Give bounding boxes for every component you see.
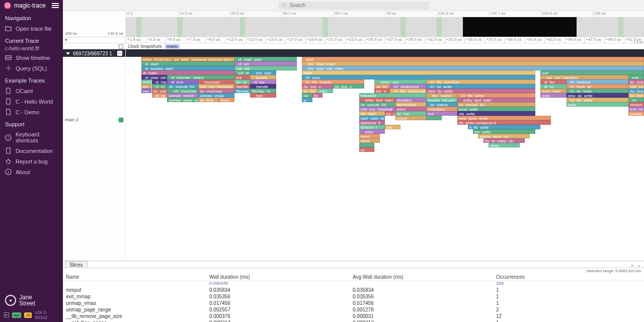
flame-frame[interactable]: _init_first	[234, 70, 250, 75]
clock-checkbox[interactable]	[119, 44, 123, 49]
flame-frame[interactable]: do_sys_o	[302, 84, 333, 89]
flame-frame[interactable]: _IO_flush_all	[567, 84, 629, 89]
example-ocaml[interactable]: OCaml	[0, 86, 63, 96]
flame-frame[interactable]: __libc_start_main	[302, 61, 644, 66]
flame-frame[interactable]: do_sy	[234, 79, 250, 84]
flame-frame[interactable]: _dl_map_obj	[141, 75, 168, 79]
flame-frame[interactable]: _IO_doallocbuf	[390, 84, 426, 89]
search-input[interactable]	[290, 3, 426, 8]
flame-frame[interactable]: _dl_m	[152, 84, 168, 89]
flame-frame[interactable]: vfs_fstat	[359, 111, 385, 116]
flame-frame[interactable]: unmap_vmas	[628, 111, 644, 116]
flame-frame[interactable]: _IO_file_overflow	[426, 79, 535, 84]
flame-frame[interactable]: _exit	[628, 75, 644, 79]
flame-frame[interactable]: sysmalloc	[426, 107, 457, 111]
flame-frame[interactable]: write	[567, 102, 629, 107]
flame-frame[interactable]: handle_mm	[234, 84, 250, 89]
flame-frame[interactable]: tcache_init.part	[426, 98, 457, 102]
flame-frame[interactable]: _start	[302, 57, 644, 61]
flame-frame[interactable]: _dl_relocate_object	[167, 75, 234, 79]
flame-frame[interactable]: entry_SYSCALL_64_after_hwframe [inferred…	[141, 57, 234, 61]
flame-frame[interactable]: __run_exit_handlers	[540, 75, 628, 79]
pin-checkbox[interactable]	[119, 118, 123, 122]
flame-frame[interactable]: uraud_	[395, 116, 427, 120]
flame-frame[interactable]: exec_	[540, 93, 567, 98]
flame-frame[interactable]: do_syc	[395, 111, 427, 116]
flame-frame[interactable]: getname_fl	[359, 120, 385, 125]
flame-frame[interactable]: unmap_vmas	[198, 93, 234, 98]
flame-frame[interactable]: han.	[141, 89, 152, 93]
show-timeline-button[interactable]: Show timeline	[0, 52, 63, 63]
flame-frame[interactable]: _IO_cleanup	[567, 79, 629, 84]
flame-frame[interactable]: exec_pare	[540, 89, 567, 93]
flame-frame[interactable]: new_do_write	[426, 89, 535, 93]
documentation-button[interactable]: Documentation	[0, 145, 63, 156]
table-row[interactable]: mmput0.0358340.0358341	[63, 287, 644, 293]
example-c-hello[interactable]: C - Hello World	[0, 96, 63, 107]
flame-frame[interactable]: do_sy	[374, 84, 390, 89]
flame-frame[interactable]: try_to_wake_up	[484, 138, 525, 143]
flame-frame[interactable]: x64_sys_exit_group	[628, 84, 644, 89]
flame-frame[interactable]: __libc_earl	[250, 70, 276, 75]
time-ruler[interactable]: +1.5 us+3.5 us+5.5 us+7.5 us+9.5 us+12.5…	[126, 37, 644, 43]
flame-frame[interactable]: exit_mmap	[628, 107, 644, 111]
flame-frame[interactable]: do_exit	[628, 93, 644, 98]
search-box[interactable]	[278, 2, 429, 10]
flame-frame[interactable]: _dl_prot	[167, 79, 198, 84]
flame-frame[interactable]: new_sync_write	[457, 116, 550, 120]
flame-frame[interactable]: _int_malloc	[426, 102, 457, 107]
flame-frame[interactable]: brk	[234, 75, 250, 79]
query-sql-button[interactable]: Query (SQL)	[0, 63, 63, 73]
flame-frame[interactable]: _dl_sor	[250, 79, 276, 84]
flame-frame[interactable]: flush_	[219, 98, 234, 102]
flamegraph[interactable]: entry_SYSCALL_64_after_hwframe [inferred…	[126, 57, 644, 183]
flame-frame[interactable]: pty_write	[473, 129, 535, 134]
flame-frame[interactable]: do_group_exit	[628, 89, 644, 93]
flame-frame[interactable]: _IO_file_write	[567, 98, 629, 102]
flame-frame[interactable]: __vm_munmap	[167, 89, 198, 93]
flame-frame[interactable]: dl_main	[141, 70, 234, 75]
flame-frame[interactable]: n_tty_write	[468, 125, 540, 129]
flame-frame[interactable]: new_do_write	[567, 93, 629, 98]
chevron-down-icon[interactable]: ⌄	[637, 262, 641, 268]
flame-frame[interactable]: pa	[302, 93, 312, 98]
flame-frame[interactable]: ptmalloc_	[395, 98, 427, 102]
example-c-demo[interactable]: C - Demo	[0, 107, 63, 117]
flame-frame[interactable]: pat	[385, 125, 400, 129]
flame-frame[interactable]: entry_	[395, 107, 427, 111]
flame-frame[interactable]: _dl_op	[152, 93, 168, 98]
flame-frame[interactable]: _IO_	[628, 98, 644, 102]
flame-frame[interactable]: __libc_malloc	[426, 93, 457, 98]
flame-frame[interactable]: _dl_init	[234, 61, 297, 66]
flame-frame[interactable]: _IO_do_write	[426, 84, 535, 89]
flame-frame[interactable]: unmap_page_range	[167, 98, 198, 102]
flame-frame[interactable]: __tunabl.	[250, 75, 276, 79]
flame-frame[interactable]: ent_	[426, 111, 457, 116]
flame-frame[interactable]: ext_p	[374, 89, 390, 93]
flame-frame[interactable]: unmap_region	[167, 93, 198, 98]
filter-icon[interactable]: ⫠	[630, 262, 635, 268]
pinned-slice[interactable]: main 2	[63, 116, 125, 123]
flame-frame[interactable]: do_sys_o	[333, 84, 364, 89]
flame-frame[interactable]: __han_	[250, 93, 276, 98]
flame-frame[interactable]: __libc_start_call_main	[302, 66, 644, 70]
flame-frame[interactable]: ksys_write	[457, 107, 535, 111]
flame-frame[interactable]: queue_work_on	[478, 134, 530, 138]
flame-frame[interactable]: __entry_text_start	[457, 98, 535, 102]
flame-frame[interactable]: _dl_so	[540, 84, 567, 89]
flame-frame[interactable]: tty_write.constprop.0	[457, 120, 550, 125]
flame-frame[interactable]: __strlen_avx	[374, 79, 426, 84]
flame-frame[interactable]: __	[359, 143, 375, 147]
flame-frame[interactable]: filemap_re	[250, 89, 276, 93]
flame-frame[interactable]: do_syscall_64	[628, 79, 644, 84]
flame-frame[interactable]: selec_	[489, 143, 520, 147]
thread-header-gutter[interactable]: 669723/669723 1 −	[63, 50, 125, 57]
flame-frame[interactable]: _IO_puts	[302, 75, 535, 79]
flame-frame[interactable]: _IO_file_doallocate	[390, 89, 426, 93]
about-button[interactable]: About	[0, 167, 63, 177]
flame-frame[interactable]: ext_.	[141, 84, 152, 89]
flame-frame[interactable]: _dl_start_user	[234, 57, 297, 61]
keyboard-shortcuts-button[interactable]: ? Keyboard shortcuts	[0, 129, 63, 145]
flame-frame[interactable]: tlb_finis	[198, 98, 219, 102]
table-row[interactable]: unmap_vmas0.0174560.0174561	[63, 300, 644, 306]
